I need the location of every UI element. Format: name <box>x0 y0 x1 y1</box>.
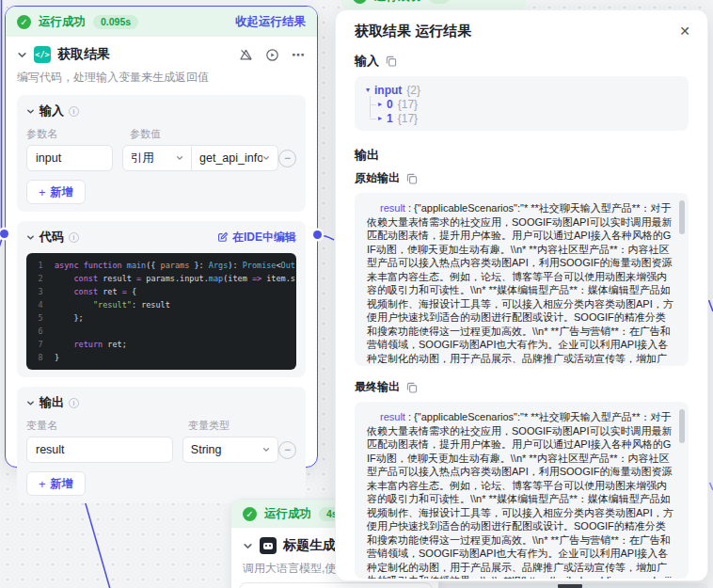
chevron-down-icon <box>176 154 183 162</box>
line-number: 5 <box>26 311 55 325</box>
raw-output-box[interactable]: result : {"applicableScenarios":"* **社交聊… <box>355 193 689 366</box>
result-separator: : <box>405 411 414 422</box>
copy-icon[interactable] <box>406 173 418 184</box>
final-output-label: 最终输出 <box>355 379 400 395</box>
tree-expand-icon[interactable]: ▾ <box>366 87 370 94</box>
llm-node-field-fragment <box>239 582 433 588</box>
code-node-icon: </> <box>34 46 51 63</box>
edit-in-ide-link[interactable]: 在IDE中编辑 <box>217 230 296 246</box>
code-line: return ret; <box>55 338 296 351</box>
add-param-label: 新增 <box>51 184 73 200</box>
more-options-icon[interactable]: ⋯ <box>292 50 306 59</box>
chevron-down-icon <box>262 154 270 162</box>
output-section: 输出 i 变量名 变量类型 result String − + 新增 <box>17 387 306 503</box>
line-number: 7 <box>26 338 55 351</box>
remove-param-button[interactable]: − <box>278 150 296 167</box>
llm-node-icon <box>260 537 277 554</box>
info-icon: i <box>69 106 79 117</box>
output-section-title: 输出 <box>40 394 64 411</box>
final-output-box[interactable]: result : {"applicableScenarios":"* **社交聊… <box>355 402 689 579</box>
info-icon: i <box>69 232 79 243</box>
line-number: 2 <box>26 272 55 285</box>
tree-node-1[interactable]: ▸ 1 {17} <box>366 111 677 125</box>
tree-key: input <box>374 84 402 97</box>
run-status-label: 运行成功 <box>374 0 421 5</box>
scrollbar-thumb[interactable] <box>679 200 685 234</box>
var-name-input[interactable]: result <box>26 437 173 463</box>
tree-count: {2} <box>406 84 420 97</box>
copy-icon[interactable] <box>386 56 397 67</box>
raw-output-label: 原始输出 <box>355 170 400 186</box>
input-section-title: 输入 <box>40 103 64 119</box>
run-success-banner: ✓ 运行成功 0.095s 收起运行结果 <box>6 7 317 37</box>
add-output-button[interactable]: + 新增 <box>26 471 86 496</box>
plus-icon: + <box>39 477 46 491</box>
line-number: 6 <box>26 325 55 338</box>
input-section: 输入 i 参数名 参数值 input 引用 get_api_info <box>17 95 306 212</box>
workflow-canvas[interactable]: { "colors": { "primary": "#4d53e8", "suc… <box>0 0 713 588</box>
chevron-down-icon[interactable] <box>243 541 253 551</box>
line-number: 1 <box>26 259 55 272</box>
chevron-down-icon[interactable] <box>26 107 35 116</box>
plus-icon: + <box>39 185 46 199</box>
var-type-label: 变量类型 <box>188 419 230 433</box>
value-mode-select[interactable]: 引用 <box>122 145 192 171</box>
code-line: const result = params.input.map(item => … <box>55 272 296 285</box>
node-title: 获取结果 <box>57 46 110 63</box>
copy-icon[interactable] <box>406 382 418 393</box>
run-status-label: 运行成功 <box>264 506 311 522</box>
chevron-down-icon[interactable] <box>26 399 35 407</box>
scrollbar-thumb[interactable] <box>679 409 685 443</box>
tree-key: 0 <box>387 98 393 111</box>
success-check-icon: ✓ <box>243 507 257 521</box>
chevron-down-icon[interactable] <box>26 233 35 242</box>
value-reference-select[interactable]: get_api_info <box>192 145 278 171</box>
code-line: "result": result <box>55 298 296 311</box>
remove-output-button[interactable]: − <box>278 441 296 459</box>
param-name-input[interactable]: input <box>26 145 113 171</box>
code-line <box>55 325 296 338</box>
panel-output-label: 输出 <box>355 147 379 164</box>
success-check-icon: ✓ <box>17 15 31 29</box>
final-output-text: {"applicableScenarios":"* **社交聊天输入型产品**：… <box>367 411 673 579</box>
var-name-label: 变量名 <box>26 419 188 433</box>
panel-input-label: 输入 <box>355 53 379 70</box>
var-type-select[interactable]: String <box>182 437 278 463</box>
param-name-label: 参数名 <box>26 127 130 141</box>
edit-pencil-icon <box>217 231 229 243</box>
code-section-title: 代码 <box>40 229 64 246</box>
node-output-port[interactable] <box>313 230 322 239</box>
tree-collapse-icon[interactable]: ▸ <box>378 101 382 108</box>
code-line: } <box>55 351 296 364</box>
line-number: 4 <box>26 298 55 311</box>
code-line: const ret = { <box>55 285 296 298</box>
tree-collapse-icon[interactable]: ▸ <box>378 115 382 122</box>
node-input-port[interactable] <box>0 230 8 238</box>
ignore-exception-icon[interactable] <box>239 48 253 62</box>
tree-count: {17} <box>398 98 418 111</box>
test-run-icon[interactable] <box>265 48 279 62</box>
result-separator: : <box>405 202 414 214</box>
run-result-panel: 获取结果 运行结果 ✕ 输入 ▾ input {2} ▸ 0 {17} ▸ 1 … <box>335 9 708 581</box>
value-mode-value: 引用 <box>131 151 154 167</box>
info-icon: i <box>69 398 79 408</box>
tree-count: {17} <box>398 112 418 125</box>
chevron-down-icon <box>262 446 270 453</box>
code-node[interactable]: ✓ 运行成功 0.095s 收起运行结果 </> 获取结果 ⋯ 编写代码，处理输… <box>5 6 318 468</box>
node-title: 标题生成 <box>283 537 336 554</box>
tree-node-input[interactable]: ▾ input {2} <box>366 83 677 97</box>
code-editor[interactable]: 1async function main({ params }: Args): … <box>26 253 296 370</box>
result-key: result <box>380 202 405 214</box>
panel-title: 获取结果 运行结果 <box>355 23 689 43</box>
value-reference-value: get_api_info <box>199 151 262 165</box>
raw-output-text: {"applicableScenarios":"* **社交聊天输入型产品**：… <box>367 202 673 366</box>
collapse-run-results-link[interactable]: 收起运行结果 <box>235 14 306 30</box>
add-param-button[interactable]: + 新增 <box>26 180 86 204</box>
chevron-down-icon[interactable] <box>17 50 27 60</box>
success-check-icon: ✓ <box>353 0 367 4</box>
var-type-value: String <box>191 443 222 456</box>
tree-node-0[interactable]: ▸ 0 {17} <box>366 97 677 111</box>
close-icon[interactable]: ✕ <box>679 24 690 38</box>
run-duration-badge: 0.095s <box>93 15 138 29</box>
hidden-node-top-fragment: ✓ 运行成功 <box>341 0 527 9</box>
